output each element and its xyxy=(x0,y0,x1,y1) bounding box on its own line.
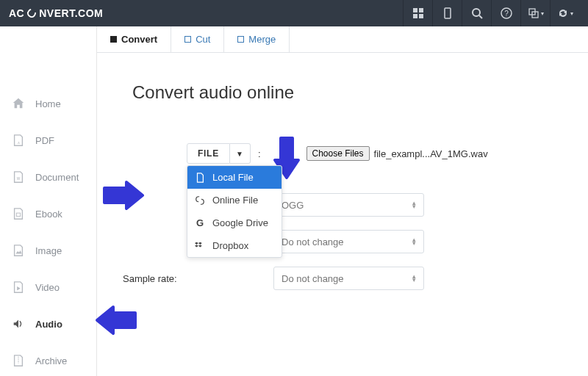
dd-item-label: Google Drive xyxy=(212,217,268,228)
chosen-filename: file_exampl...AV_1MG.wav xyxy=(374,148,488,159)
checkbox-icon xyxy=(184,36,191,43)
file-source-combo: FILE ▼ Local File Online File GGoogle Dr… xyxy=(187,143,251,164)
tab-merge[interactable]: Merge xyxy=(224,26,290,52)
sidebar-item-document[interactable]: wDocument xyxy=(0,159,96,195)
svg-line-6 xyxy=(479,15,482,18)
annotation-arrow-left xyxy=(93,306,137,337)
brand-prefix: AC xyxy=(9,7,24,19)
dd-item-label: Dropbox xyxy=(212,240,248,251)
checkbox-icon xyxy=(237,36,244,43)
page-title: Convert audio online xyxy=(132,82,559,103)
dd-item-local-file[interactable]: Local File xyxy=(187,166,282,189)
select-value: Do not change xyxy=(282,273,344,284)
updown-icon xyxy=(412,238,416,245)
sidebar-item-label: Archive xyxy=(35,355,67,366)
sidebar-item-audio[interactable]: Audio xyxy=(0,306,96,342)
sidebar-item-image[interactable]: Image xyxy=(0,232,96,269)
refresh-icon xyxy=(26,7,38,20)
tab-label: Merge xyxy=(248,34,276,45)
tab-convert[interactable]: Convert xyxy=(97,26,171,52)
brand-suffix: NVERT.COM xyxy=(39,7,103,19)
select-value: OGG xyxy=(282,200,304,211)
row-label-samplerate: Sample rate: xyxy=(123,273,218,284)
sidebar-item-label: PDF xyxy=(35,135,54,146)
svg-rect-1 xyxy=(419,8,423,12)
sidebar-item-pdf[interactable]: ᴀPDF xyxy=(0,122,96,159)
dd-item-label: Online File xyxy=(212,195,258,206)
sidebar-item-ebook[interactable]: Ebook xyxy=(0,195,96,232)
tab-label: Cut xyxy=(196,34,210,45)
dd-item-online-file[interactable]: Online File xyxy=(187,189,282,212)
help-icon[interactable]: ? xyxy=(491,0,520,26)
svg-rect-4 xyxy=(445,8,451,18)
checkbox-icon xyxy=(110,36,117,43)
tablet-icon[interactable] xyxy=(432,0,462,26)
choose-files-label: Choose Files xyxy=(312,148,364,159)
refresh-icon[interactable]: ▾ xyxy=(550,0,579,26)
svg-rect-3 xyxy=(419,14,423,18)
target-format-select[interactable]: OGG xyxy=(273,193,424,217)
mode-tabs: Convert Cut Merge xyxy=(97,26,588,53)
sidebar-item-archive[interactable]: Archive xyxy=(0,342,96,376)
sidebar-item-label: Document xyxy=(35,172,79,183)
svg-point-5 xyxy=(473,9,480,16)
svg-rect-2 xyxy=(413,14,417,18)
bitrate-select[interactable]: Do not change xyxy=(273,230,424,253)
svg-rect-13 xyxy=(16,213,20,217)
svg-text:?: ? xyxy=(504,10,509,18)
sidebar-item-video[interactable]: Video xyxy=(0,269,96,306)
dd-item-google-drive[interactable]: GGoogle Drive xyxy=(187,212,282,234)
svg-text:ᴀ: ᴀ xyxy=(18,140,20,145)
svg-rect-0 xyxy=(413,8,417,12)
sidebar-item-label: Image xyxy=(35,245,62,256)
samplerate-select[interactable]: Do not change xyxy=(273,267,424,290)
nav-right: ? ▾ ▾ xyxy=(403,0,579,26)
updown-icon xyxy=(412,275,416,282)
caret-down-icon: ▼ xyxy=(236,150,244,158)
file-source-dropdown: Local File Online File GGoogle Drive Dro… xyxy=(187,165,282,258)
sidebar-item-label: Home xyxy=(35,98,61,109)
updown-icon xyxy=(412,201,416,209)
select-value: Do not change xyxy=(282,236,344,247)
sidebar: Home ᴀPDF wDocument Ebook Image Video Au… xyxy=(0,26,97,376)
file-dropdown-toggle[interactable]: ▼ xyxy=(230,143,251,164)
top-navbar: AC NVERT.COM ? ▾ ▾ xyxy=(0,0,588,26)
grid-icon[interactable] xyxy=(403,0,432,26)
language-icon[interactable]: ▾ xyxy=(520,0,550,26)
svg-text:w: w xyxy=(16,176,21,181)
search-icon[interactable] xyxy=(462,0,491,26)
sidebar-item-label: Audio xyxy=(35,319,62,330)
tab-cut[interactable]: Cut xyxy=(171,26,224,52)
colon: : xyxy=(258,148,261,159)
sidebar-item-label: Ebook xyxy=(35,209,62,220)
file-button[interactable]: FILE xyxy=(187,143,230,164)
site-logo[interactable]: AC NVERT.COM xyxy=(9,7,103,19)
sidebar-item-home[interactable]: Home xyxy=(0,85,96,122)
choose-files-button[interactable]: Choose Files xyxy=(306,146,370,161)
file-button-label: FILE xyxy=(198,148,219,159)
dd-item-dropbox[interactable]: Dropbox xyxy=(187,234,282,257)
tab-label: Convert xyxy=(121,34,157,45)
dd-item-label: Local File xyxy=(212,172,254,183)
sidebar-item-label: Video xyxy=(35,282,60,293)
main-panel: Convert Cut Merge Convert audio online F… xyxy=(97,26,588,376)
